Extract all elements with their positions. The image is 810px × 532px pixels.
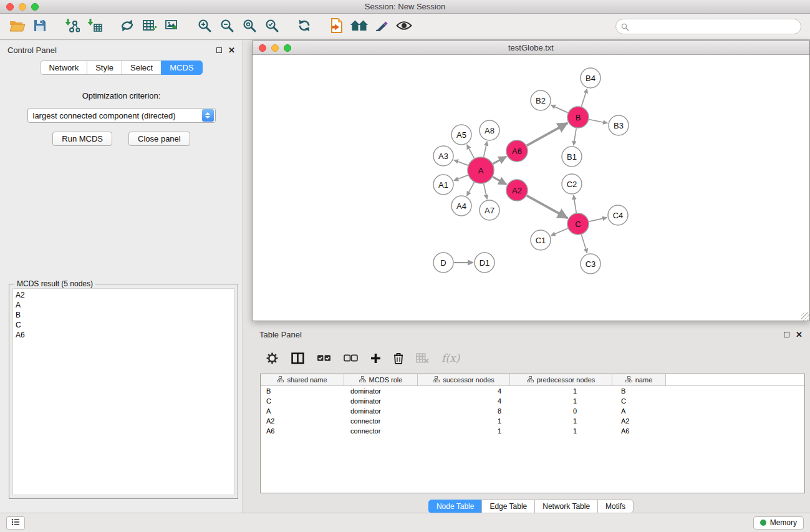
resize-grip[interactable]	[801, 312, 809, 321]
result-item[interactable]: C	[16, 320, 231, 330]
float-panel-icon[interactable]	[216, 47, 222, 53]
zoom-fit-button[interactable]	[238, 17, 261, 36]
graph-edge-A-A8[interactable]	[484, 142, 487, 157]
search-input[interactable]	[615, 19, 801, 34]
save-session-button[interactable]	[29, 17, 51, 36]
first-neighbors-button[interactable]	[348, 17, 370, 36]
column-header-successor-nodes[interactable]: successor nodes	[418, 374, 510, 385]
sort-icon	[359, 376, 366, 384]
result-item[interactable]: B	[16, 310, 231, 320]
zoom-out-button[interactable]	[216, 17, 238, 36]
result-item[interactable]: A2	[16, 290, 231, 300]
graph-node-label: A5	[456, 130, 466, 140]
criterion-select[interactable]: largest connected component (directed)	[27, 108, 216, 123]
open-session-button[interactable]	[6, 17, 29, 36]
graph-node-label: C3	[586, 259, 596, 269]
clone-network-button[interactable]	[116, 17, 138, 36]
network-canvas[interactable]: B4B2BB3A5A8A6A3B1AA1C2A2A4A7C4CC1C3DD1	[253, 56, 809, 321]
search-field	[615, 19, 801, 34]
table-cell: connector	[344, 427, 418, 435]
float-table-panel-icon[interactable]	[784, 332, 789, 337]
graph-edge-C-C4[interactable]	[589, 218, 607, 221]
zoom-selected-button[interactable]	[261, 17, 283, 36]
close-window-button[interactable]	[6, 3, 14, 11]
export-image-icon	[165, 19, 180, 35]
task-history-button[interactable]	[6, 516, 25, 530]
tab-mcds[interactable]: MCDS	[161, 60, 202, 75]
network-minimize-button[interactable]	[271, 44, 279, 52]
tab-motifs[interactable]: Motifs	[597, 500, 634, 513]
mcds-result-title: MCDS result (5 nodes)	[14, 279, 95, 288]
graph-edge-A-A2[interactable]	[493, 177, 506, 185]
graph-node-label: C2	[567, 180, 577, 189]
table-row[interactable]: A6connector11A6	[261, 426, 804, 436]
deselect-all-button[interactable]	[344, 354, 358, 362]
table-row[interactable]: Cdominator41C	[261, 396, 804, 406]
graph-edge-A-A5[interactable]	[467, 145, 475, 158]
delete-column-button[interactable]	[393, 352, 403, 364]
graph-edge-A-A1[interactable]	[454, 175, 468, 181]
close-panel-icon[interactable]: ✕	[228, 46, 235, 54]
annotation-pen-button[interactable]	[370, 17, 393, 36]
minimize-window-button[interactable]	[19, 3, 26, 11]
export-image-button[interactable]	[161, 17, 183, 36]
graph-edge-C-C3[interactable]	[581, 235, 587, 253]
table-row[interactable]: A2connector11A2	[261, 416, 804, 426]
new-table-button[interactable]	[138, 17, 161, 36]
zoom-in-button[interactable]	[193, 17, 216, 36]
graph-node-label: A3	[438, 152, 448, 161]
close-panel-button[interactable]: Close panel	[128, 132, 190, 146]
column-header-name[interactable]: name	[612, 374, 666, 385]
refresh-button[interactable]	[293, 17, 316, 36]
tab-network-table[interactable]: Network Table	[534, 500, 598, 513]
graph-edge-B-B3[interactable]	[589, 120, 608, 123]
result-item[interactable]: A6	[16, 330, 231, 340]
memory-label: Memory	[770, 518, 797, 527]
result-item[interactable]: A	[16, 300, 231, 310]
import-table-icon	[87, 18, 102, 36]
tab-network[interactable]: Network	[40, 60, 87, 75]
sort-icon	[277, 376, 284, 384]
tab-style[interactable]: Style	[87, 60, 122, 75]
import-network-button[interactable]	[61, 17, 84, 36]
graph-edge-A-A4[interactable]	[467, 182, 475, 196]
memory-button[interactable]: Memory	[753, 516, 804, 530]
run-mcds-button[interactable]: Run MCDS	[52, 132, 112, 146]
select-all-button[interactable]	[317, 354, 331, 362]
graph-edge-B-B1[interactable]	[574, 128, 576, 145]
graph-edge-A-A6[interactable]	[493, 157, 506, 164]
zoom-window-button[interactable]	[31, 3, 39, 11]
graph-node-label: C1	[536, 236, 546, 245]
graph-edge-A-A7[interactable]	[484, 183, 487, 199]
graph-edge-C-C2[interactable]	[574, 195, 576, 213]
close-table-panel-icon[interactable]: ✕	[796, 331, 803, 339]
delete-table-button[interactable]	[416, 353, 429, 364]
open-recent-button[interactable]	[325, 17, 348, 36]
graph-edge-A6-B[interactable]	[527, 123, 568, 145]
graph-edge-A-A3[interactable]	[454, 160, 468, 165]
graph-edge-B-B2[interactable]	[551, 105, 567, 112]
show-hide-button[interactable]	[393, 17, 415, 36]
window-title: Session: New Session	[365, 2, 445, 11]
graph-node-label: A	[478, 166, 484, 175]
network-zoom-button[interactable]	[284, 44, 291, 52]
table-settings-button[interactable]	[266, 352, 279, 365]
function-builder-button[interactable]: f(x)	[441, 352, 460, 364]
table-panel: Table Panel ✕ f(x) shared nameMCDS roles…	[252, 325, 810, 513]
table-row[interactable]: Adominator80A	[261, 406, 804, 416]
network-close-button[interactable]	[259, 44, 266, 52]
node-table-body: Bdominator41BCdominator41CAdominator80AA…	[261, 386, 804, 436]
graph-edge-C-C1[interactable]	[551, 228, 568, 236]
graph-edge-B-B4[interactable]	[581, 89, 587, 107]
column-header-predecessor-nodes[interactable]: predecessor nodes	[510, 374, 612, 385]
column-header-MCDS-role[interactable]: MCDS role	[344, 374, 418, 385]
graph-edge-A2-C[interactable]	[527, 196, 568, 218]
column-header-shared-name[interactable]: shared name	[261, 374, 344, 385]
tab-node-table[interactable]: Node Table	[428, 500, 483, 513]
tab-edge-table[interactable]: Edge Table	[481, 500, 535, 513]
tab-select[interactable]: Select	[122, 60, 162, 75]
table-row[interactable]: Bdominator41B	[261, 386, 804, 396]
add-column-button[interactable]	[370, 353, 381, 364]
show-columns-button[interactable]	[291, 352, 304, 364]
import-table-button[interactable]	[84, 17, 106, 36]
